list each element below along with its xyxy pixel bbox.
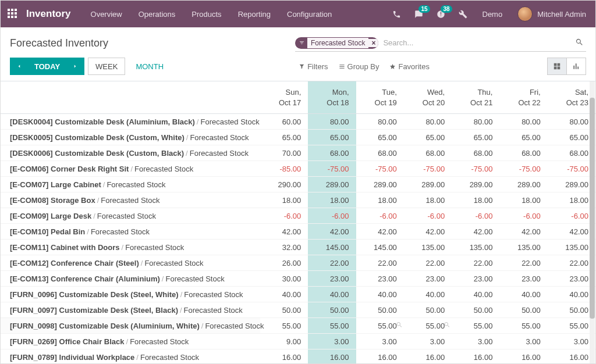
row-label[interactable]: [FURN_0097] Customizable Desk (Steel, Bl… [1, 302, 260, 318]
row-label[interactable]: [E-COM06] Corner Desk Right Sit/Forecast… [1, 161, 260, 177]
grid-cell[interactable]: 22.00 [404, 255, 452, 271]
prev-button[interactable] [10, 58, 29, 75]
grid-cell[interactable]: 80.00 [548, 114, 595, 130]
grid-cell[interactable]: 3.00 [499, 334, 547, 349]
graph-view-button[interactable] [566, 58, 586, 75]
row-label[interactable]: [E-COM09] Large Desk/Forecasted Stock [1, 208, 260, 224]
grid-cell[interactable]: 50.00 [260, 302, 308, 318]
grid-cell[interactable]: 42.00 [452, 224, 499, 240]
search-input[interactable] [381, 37, 570, 48]
grid-cell[interactable]: 18.00 [356, 192, 404, 208]
grid-cell[interactable]: 135.00 [499, 240, 547, 255]
grid-cell[interactable]: 40.00 [548, 287, 595, 302]
grid-cell[interactable]: 18.00 [404, 192, 452, 208]
grid-cell[interactable]: -75.00 [499, 161, 547, 177]
magnify-icon[interactable] [396, 322, 403, 330]
grid-cell[interactable]: 65.00 [452, 130, 499, 145]
today-button[interactable]: TODAY [28, 58, 66, 75]
grid-cell[interactable]: 23.00 [499, 271, 547, 287]
grid-cell[interactable]: 16.00 [452, 349, 499, 364]
grid-cell[interactable]: 55.00 [308, 318, 356, 334]
grid-cell[interactable]: 135.00 [452, 240, 499, 255]
messages-icon[interactable]: 15 [409, 4, 429, 24]
grid-cell[interactable]: 42.00 [404, 224, 452, 240]
grid-cell[interactable]: 290.00 [260, 177, 308, 192]
grid-cell[interactable]: 30.00 [260, 271, 308, 287]
grid-cell[interactable]: -6.00 [260, 208, 308, 224]
next-button[interactable] [66, 58, 84, 75]
grid-cell[interactable]: 42.00 [308, 224, 356, 240]
grid-cell[interactable]: -75.00 [308, 161, 356, 177]
grid-cell[interactable]: 40.00 [404, 287, 452, 302]
grid-cell[interactable]: -6.00 [548, 208, 595, 224]
grid-cell[interactable]: 289.00 [404, 177, 452, 192]
facet-remove[interactable]: × [368, 39, 378, 47]
grid-cell[interactable]: 65.00 [260, 130, 308, 145]
grid-cell[interactable]: 50.00 [548, 302, 595, 318]
grid-cell[interactable]: -75.00 [404, 161, 452, 177]
scale-week[interactable]: WEEK [88, 58, 125, 75]
grid-cell[interactable]: 26.00 [260, 255, 308, 271]
grid-cell[interactable]: 3.00 [404, 334, 452, 349]
grid-cell[interactable]: 68.00 [356, 145, 404, 161]
grid-cell[interactable]: 3.00 [308, 334, 356, 349]
grid-cell[interactable]: 18.00 [499, 192, 547, 208]
grid-cell[interactable]: 42.00 [260, 224, 308, 240]
row-label[interactable]: [DESK0006] Customizable Desk (Custom, Bl… [1, 145, 260, 161]
filters-dropdown[interactable]: Filters [299, 62, 328, 71]
grid-cell[interactable]: 3.00 [356, 334, 404, 349]
grid-cell[interactable]: 68.00 [548, 145, 595, 161]
row-label[interactable]: [DESK0004] Customizable Desk (Aluminium,… [1, 114, 260, 130]
grid-cell[interactable]: 23.00 [308, 271, 356, 287]
grid-cell[interactable]: 22.00 [356, 255, 404, 271]
grid-cell[interactable]: 40.00 [356, 287, 404, 302]
grid-cell[interactable]: 16.00 [499, 349, 547, 364]
grid-cell[interactable]: 16.00 [308, 349, 356, 364]
row-label[interactable]: [DESK0005] Customizable Desk (Custom, Wh… [1, 130, 260, 145]
grid-cell[interactable]: 22.00 [499, 255, 547, 271]
row-label[interactable]: [FURN_0269] Office Chair Black/Forecaste… [1, 334, 260, 349]
grid-cell[interactable]: 135.00 [404, 240, 452, 255]
grid-cell[interactable]: 65.00 [499, 130, 547, 145]
search-icon[interactable] [573, 38, 586, 48]
grid-cell[interactable]: 289.00 [356, 177, 404, 192]
favorites-dropdown[interactable]: Favorites [389, 62, 429, 71]
grid-cell[interactable]: -75.00 [548, 161, 595, 177]
scale-month[interactable]: MONTH [129, 58, 171, 75]
grid-cell[interactable]: 16.00 [548, 349, 595, 364]
grid-cell[interactable]: 55.00 [452, 318, 499, 334]
grid-cell[interactable]: -6.00 [356, 208, 404, 224]
grid-cell[interactable]: -75.00 [356, 161, 404, 177]
grid-cell[interactable]: 65.00 [308, 130, 356, 145]
grid-cell[interactable]: 42.00 [356, 224, 404, 240]
grid-cell[interactable]: 18.00 [260, 192, 308, 208]
grid-cell[interactable]: 55.00 [356, 318, 404, 334]
nav-configuration[interactable]: Configuration [280, 10, 339, 19]
grid-cell[interactable]: 22.00 [308, 255, 356, 271]
grid-view-button[interactable] [547, 58, 567, 75]
grid-cell[interactable]: 80.00 [404, 114, 452, 130]
row-label[interactable]: [E-COM11] Cabinet with Doors/Forecasted … [1, 240, 260, 255]
grid-cell[interactable]: 23.00 [548, 271, 595, 287]
grid-cell[interactable]: 289.00 [548, 177, 595, 192]
nav-reporting[interactable]: Reporting [231, 10, 278, 19]
grid-cell[interactable]: 80.00 [452, 114, 499, 130]
grid-cell[interactable]: -85.00 [260, 161, 308, 177]
grid-cell[interactable]: -6.00 [404, 208, 452, 224]
grid-cell[interactable]: 18.00 [452, 192, 499, 208]
grid-cell[interactable]: 145.00 [308, 240, 356, 255]
grid-cell[interactable]: 65.00 [356, 130, 404, 145]
grid-cell[interactable]: 40.00 [260, 287, 308, 302]
grid-cell[interactable]: 50.00 [356, 302, 404, 318]
nav-overview[interactable]: Overview [84, 10, 129, 19]
grid-cell[interactable]: 32.00 [260, 240, 308, 255]
nav-products[interactable]: Products [185, 10, 228, 19]
grid-cell[interactable]: 68.00 [308, 145, 356, 161]
grid-cell[interactable]: 80.00 [356, 114, 404, 130]
grid-cell[interactable]: 55.00 [260, 318, 308, 334]
grid-cell[interactable]: 289.00 [452, 177, 499, 192]
scrollbar[interactable] [590, 81, 595, 364]
nav-operations[interactable]: Operations [132, 10, 183, 19]
grid-cell[interactable]: -6.00 [452, 208, 499, 224]
row-label[interactable]: [E-COM10] Pedal Bin/Forecasted Stock [1, 224, 260, 240]
